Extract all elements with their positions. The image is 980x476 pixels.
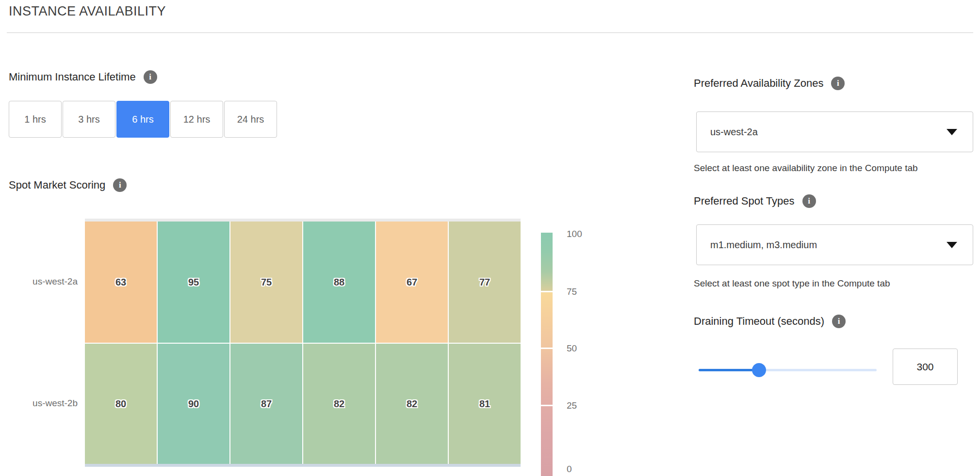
slider-fill <box>699 369 759 371</box>
heatmap-cell-value: 80 <box>115 398 126 410</box>
heatmap-cell-value: 82 <box>334 398 344 410</box>
preferred-spot-types-text: Preferred Spot Types <box>694 195 795 207</box>
lifetime-option-24-hrs[interactable]: 24 hrs <box>224 101 277 138</box>
info-icon[interactable]: i <box>832 315 846 328</box>
colorbar-tick-0: 0 <box>567 463 601 476</box>
availability-zones-dropdown[interactable]: us-west-2a <box>696 111 973 152</box>
spot-types-dropdown[interactable]: m1.medium, m3.medium <box>696 224 973 265</box>
info-icon[interactable]: i <box>802 194 816 208</box>
spot-market-scoring-label: Spot Market Scoring i <box>9 178 127 192</box>
heatmap-cell-us-west-2b-col5[interactable]: 82 <box>376 344 448 464</box>
info-icon[interactable]: i <box>113 178 127 192</box>
info-icon[interactable]: i <box>831 77 845 90</box>
spot-market-scoring-text: Spot Market Scoring <box>9 179 105 191</box>
heatmap-cell-us-west-2b-col1[interactable]: 80 <box>85 344 157 464</box>
chevron-down-icon <box>947 242 957 248</box>
heatmap-cell-us-west-2a-col3[interactable]: 75 <box>230 222 302 343</box>
instance-availability-panel: INSTANCE AVAILABILITY Minimum Instance L… <box>0 0 980 476</box>
heatmap-cell-us-west-2b-col6[interactable]: 81 <box>449 344 521 464</box>
heatmap-cell-us-west-2a-col1[interactable]: 63 <box>85 222 157 343</box>
page-title: INSTANCE AVAILABILITY <box>9 4 166 19</box>
heatmap-cell-us-west-2b-col4[interactable]: 82 <box>303 344 375 464</box>
heatmap-cell-value: 87 <box>261 398 272 410</box>
lifetime-button-group: 1 hrs3 hrs6 hrs12 hrs24 hrs <box>9 101 277 138</box>
draining-timeout-text: Draining Timeout (seconds) <box>694 315 824 328</box>
heatmap-cell-value: 82 <box>407 398 417 410</box>
heatmap-cell-value: 77 <box>479 277 490 288</box>
header-divider <box>7 32 973 33</box>
availability-zones-value: us-west-2a <box>697 127 758 138</box>
heatmap-cell-us-west-2a-col4[interactable]: 88 <box>303 222 375 343</box>
colorbar-tick-mark <box>541 291 553 292</box>
heatmap-cell-us-west-2a-col2[interactable]: 95 <box>158 222 229 343</box>
colorbar-tick-100: 100 <box>567 228 601 240</box>
heatmap-cell-value: 88 <box>334 277 344 288</box>
heatmap-cell-us-west-2b-col3[interactable]: 87 <box>230 344 302 464</box>
lifetime-option-12-hrs[interactable]: 12 hrs <box>170 101 223 138</box>
colorbar-tick-75: 75 <box>567 286 601 298</box>
slider-thumb[interactable] <box>752 363 766 377</box>
draining-timeout-label: Draining Timeout (seconds) i <box>694 315 846 328</box>
lifetime-option-6-hrs[interactable]: 6 hrs <box>116 101 169 138</box>
colorbar-tick-mark <box>541 405 553 406</box>
lifetime-option-1-hrs[interactable]: 1 hrs <box>9 101 62 138</box>
info-icon[interactable]: i <box>144 70 157 84</box>
heatmap-cell-us-west-2b-col2[interactable]: 90 <box>158 344 229 464</box>
row-label-us-west-2a: us-west-2a <box>10 276 78 287</box>
heatmap-cell-value: 81 <box>479 398 490 410</box>
colorbar-tick-25: 25 <box>567 399 601 412</box>
minimum-instance-lifetime-text: Minimum Instance Lifetime <box>9 71 136 83</box>
row-label-us-west-2b: us-west-2b <box>10 398 78 409</box>
colorbar-tick-mark <box>541 348 553 349</box>
heatmap-cell-us-west-2a-col5[interactable]: 67 <box>376 222 448 343</box>
preferred-availability-zones-label: Preferred Availability Zones i <box>694 77 845 90</box>
draining-timeout-input[interactable] <box>893 349 958 385</box>
minimum-instance-lifetime-label: Minimum Instance Lifetime i <box>9 70 157 84</box>
heatmap-cell-value: 75 <box>261 277 272 288</box>
preferred-availability-zones-text: Preferred Availability Zones <box>694 77 823 90</box>
heatmap-bottom-edge <box>85 464 521 467</box>
spot-types-helper: Select at least one spot type in the Com… <box>694 278 890 289</box>
heatmap-cell-value: 63 <box>115 277 126 288</box>
colorbar-tick-50: 50 <box>567 342 601 355</box>
heatmap-cell-us-west-2a-col6[interactable]: 77 <box>449 222 521 343</box>
heatmap-cell-value: 67 <box>407 277 417 288</box>
preferred-spot-types-label: Preferred Spot Types i <box>694 194 816 208</box>
availability-zones-helper: Select at least one availability zone in… <box>694 163 918 174</box>
colorbar <box>541 233 553 476</box>
heatmap-cell-value: 95 <box>188 277 199 288</box>
draining-timeout-slider[interactable] <box>699 369 877 371</box>
lifetime-option-3-hrs[interactable]: 3 hrs <box>63 101 115 138</box>
chevron-down-icon <box>947 129 957 135</box>
heatmap-cell-value: 90 <box>188 398 199 410</box>
spot-types-value: m1.medium, m3.medium <box>697 239 817 251</box>
heatmap-grid: 639575886777809087828281 <box>85 222 521 464</box>
